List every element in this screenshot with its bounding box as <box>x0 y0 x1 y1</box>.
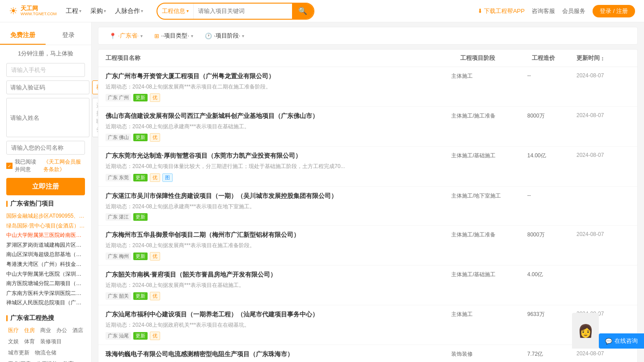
hot-projects-list: 国际金融城起步区AT090955、AT09...绿岛国际·营中心项目(金酒店）(… <box>6 211 85 308</box>
hot-project-item[interactable]: 粤港澳大湾区（广州）科技金融中心... <box>6 260 85 269</box>
hot-search-tag[interactable]: 办公 <box>55 326 69 335</box>
project-cost: -- <box>527 72 572 79</box>
table-row: 广东广州市粤开资管大厦工程项目（广州粤龙置业有限公司）近期动态：2024-08上… <box>98 67 637 107</box>
project-title[interactable]: 广东梅州市五华县御景华创项目二期（梅州市广汇新型铝材有限公司） <box>106 230 447 240</box>
phase-arrow: ▾ <box>242 34 244 38</box>
hot-project-item[interactable]: 中山大学附属第三医院岭南医院二期... <box>6 231 85 240</box>
project-tag: 更新 <box>133 292 148 300</box>
search-button[interactable]: 🔍 <box>292 4 314 19</box>
online-consult-button[interactable]: 💬 在线咨询 <box>599 333 644 349</box>
agreement-checkbox[interactable]: ✓ <box>6 163 13 169</box>
hot-search-tag[interactable]: 酒店 <box>71 326 85 335</box>
main-layout: 免费注册 登录 1分钟注册，马上体验 获取验证码 选择职务 ▾ ✓ 我已阅读并同… <box>0 22 644 362</box>
verify-input[interactable] <box>6 80 89 94</box>
logo-icon: ☀ <box>9 5 18 17</box>
accent-bar-2 <box>6 315 8 321</box>
logo-text-main: 天工网 <box>21 5 57 12</box>
project-tag: 广东 汕尾 <box>106 332 131 340</box>
filter-location[interactable]: 📍 ·广东省· ▾ <box>106 31 146 41</box>
download-app-button[interactable]: ⬇ 下载工程帮APP <box>478 7 525 15</box>
project-title[interactable]: 广东广州市粤开资管大厦工程项目（广州粤龙置业有限公司） <box>106 72 447 81</box>
project-dynamic: 近期动态：2024-08上旬据总承建商***表示项目在地下室施工。 <box>106 202 374 211</box>
search-input[interactable] <box>194 4 292 19</box>
hot-search-tags: 医疗住房商业办公酒店文娱体育装修项目城市更新物流仓储工业/厂房公用设施教育电力农… <box>6 326 85 362</box>
hot-search-tag[interactable]: 住房 <box>22 326 37 335</box>
logo[interactable]: ☀ 天工网 WWW.TGNET.COM <box>9 5 57 17</box>
phone-input[interactable] <box>6 63 85 77</box>
project-dynamic: 近期动态：2024-08上旬项目体量比较大，分三期进行施工；现处于基础施工阶段，… <box>106 162 374 171</box>
project-cost: 4.00亿 <box>527 270 572 278</box>
project-phase: 主体施工 <box>451 310 523 318</box>
login-register-button[interactable]: 登录 / 注册 <box>593 5 635 17</box>
project-tag: 广东 佛山 <box>106 134 131 141</box>
col-header-phase: 工程项目阶段 <box>460 54 532 62</box>
project-title[interactable]: 珠海钧巍电子有限公司电流感测精密型电阻生产项目（广东珠海市） <box>106 349 447 359</box>
hot-project-item[interactable]: 禅城区人民医院总院项目（广东佛山... <box>6 298 85 308</box>
project-tag: 优 <box>150 292 160 300</box>
hot-project-item[interactable]: 罗湖区罗岗街道城建梅园片区城市更... <box>6 240 85 250</box>
header-right: ⬇ 下载工程帮APP 咨询客服 会员服务 登录 / 注册 <box>478 5 635 17</box>
nav-engineering[interactable]: 工程 ▾ <box>66 7 81 15</box>
accent-bar <box>6 201 8 207</box>
name-role-row: 选择职务 ▾ <box>6 98 85 137</box>
hot-project-item[interactable]: 南山区深圳海超级总部基地（又名：... <box>6 250 85 260</box>
agreement-link[interactable]: 《天工网会员服务条款》 <box>43 158 85 173</box>
project-update <box>576 270 630 271</box>
project-list: 广东广州市粤开资管大厦工程项目（广州粤龙置业有限公司）近期动态：2024-08上… <box>98 67 638 362</box>
project-dynamic: 近期动态：2024-08上旬据发展商***表示项目在二期在施工准备阶段。 <box>106 83 374 91</box>
project-title[interactable]: 广东东莞市光达制造·厚街智慧谷项目（东莞市力凯产业投资有限公司） <box>106 151 447 160</box>
project-tag: 广东 湛江 <box>106 213 131 221</box>
name-input[interactable] <box>6 98 89 137</box>
project-tag: 优 <box>150 173 160 182</box>
company-input[interactable] <box>6 141 85 155</box>
project-phase: 主体施工/基础施工 <box>451 151 523 160</box>
project-title[interactable]: 广东韶关市南枫·誉府项目（韶关市誉昌房地产开发有限公司） <box>106 270 447 279</box>
hot-search-tag[interactable]: 文娱 <box>6 337 21 346</box>
project-tag: 更新 <box>133 174 148 181</box>
project-tags: 广东 佛山更新优 <box>106 133 447 142</box>
project-cost: -- <box>527 191 572 198</box>
project-phase: 主体施工/地下室施工 <box>451 191 523 200</box>
chat-icon: 💬 <box>605 338 612 345</box>
hot-search-tag[interactable]: 城市更新 <box>6 348 31 358</box>
project-dynamic: 近期动态：2024-08上旬据发展商***表示项目在施工准备阶段。 <box>106 241 374 250</box>
project-tag: 广东 梅州 <box>106 253 131 260</box>
hot-project-item[interactable]: 中山大学附属第七医院（深圳）二期... <box>6 269 85 279</box>
project-tags: 广东 梅州更新优 <box>106 252 447 261</box>
filter-type[interactable]: ⊞ ··项目类型· ▾ <box>151 31 197 41</box>
filter-phase[interactable]: 🕐 ·项目阶段· ▾ <box>201 31 248 41</box>
project-dynamic: 近期动态：2024-08上旬据发展商***表示项目在基础施工。 <box>106 281 374 290</box>
project-tag: 更新 <box>133 94 148 101</box>
project-phase: 主体施工/施工准备 <box>451 230 523 239</box>
hot-search-tag[interactable]: 工业/厂房 <box>6 359 33 362</box>
hot-search-tag[interactable]: 装修项目 <box>38 337 64 346</box>
hot-search-tag[interactable]: 体育 <box>22 337 37 346</box>
hot-search-tag[interactable]: 公用设施 <box>34 359 59 362</box>
tab-login[interactable]: 登录 <box>46 27 91 45</box>
project-title[interactable]: 广东湛江市吴川市保障性住房建设项目（一期）（吴川城市发展控股集团有限公司） <box>106 191 447 201</box>
hot-search-tag[interactable]: 物流仓储 <box>33 348 58 358</box>
hot-project-item[interactable]: 国际金融城起步区AT090955、AT09... <box>6 211 85 221</box>
hot-project-item[interactable]: 广东南方医科大学深圳医院二期工程 <box>6 289 85 299</box>
search-type-dropdown[interactable]: 工程信息 ▾ <box>157 4 194 19</box>
hot-search-tag[interactable]: 医疗 <box>6 326 21 335</box>
project-title[interactable]: 佛山市高信建设发展有限公司西江产业新城科创产业基地项目（广东佛山市） <box>106 111 447 121</box>
nav-network[interactable]: 人脉合作 ▾ <box>115 7 143 15</box>
hot-search-tag[interactable]: 教育 <box>61 359 76 362</box>
project-cost: 9633万 <box>527 310 572 318</box>
tab-register[interactable]: 免费注册 <box>0 27 46 45</box>
hot-project-item[interactable]: 绿岛国际·营中心项目(金酒店）(深圳... <box>6 221 85 231</box>
sort-icon[interactable]: ↕ <box>601 55 604 62</box>
agreement-row: ✓ 我已阅读并同意 《天工网会员服务条款》 <box>6 158 85 173</box>
project-title[interactable]: 广东汕尾市福利中心建设项目（一期养老工程）（汕尾市代建项目事务中心） <box>106 310 447 319</box>
member-button[interactable]: 会员服务 <box>562 7 585 15</box>
nav-procurement[interactable]: 采购 ▾ <box>90 7 106 15</box>
project-update <box>576 191 630 192</box>
project-tag: 更新 <box>133 213 148 221</box>
project-tag: 优 <box>150 332 160 340</box>
consult-button[interactable]: 咨询客服 <box>532 7 555 15</box>
register-button[interactable]: 立即注册 <box>6 178 85 195</box>
hot-search-tag[interactable]: 商业 <box>38 326 53 335</box>
project-tag: 广东 东莞 <box>106 174 131 181</box>
hot-project-item[interactable]: 南方医院塘城分院二期项目（BIM）... <box>6 279 85 289</box>
